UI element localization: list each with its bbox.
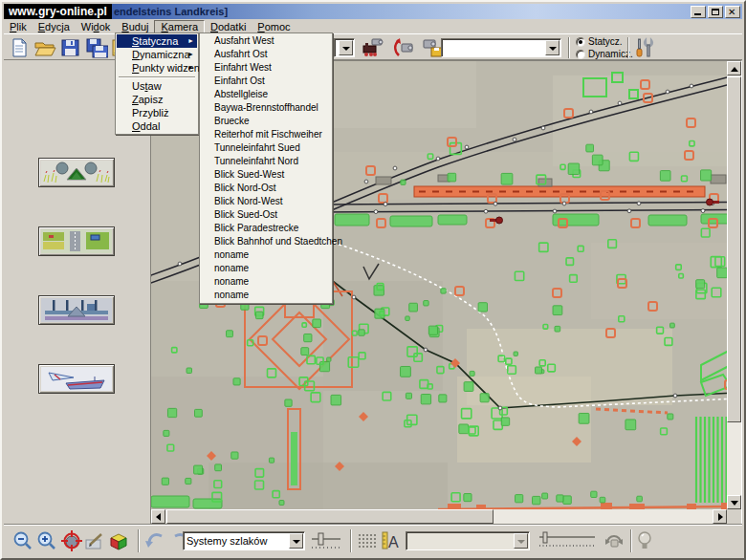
chevron-down-icon[interactable]: [545, 40, 560, 55]
zoom-in-button[interactable]: [35, 529, 58, 552]
submenu-item-einfahrt-west-2[interactable]: Einfahrt West: [201, 61, 331, 75]
radio-static-label: Statycz.: [588, 36, 623, 47]
object-combobox: [406, 531, 530, 550]
radio-dynamic[interactable]: Dynamicz.: [576, 48, 633, 60]
horizontal-scroll-thumb[interactable]: [166, 509, 494, 524]
submenu-arrow-icon: ►: [187, 48, 194, 61]
center-target-button[interactable]: [60, 529, 83, 552]
menubar-item-plik[interactable]: Plik: [4, 20, 33, 33]
submenu-item-blick-nord-ost-11[interactable]: Blick Nord-Ost: [201, 182, 331, 195]
camera-menu-item-zapisz[interactable]: Zapisz: [117, 93, 197, 106]
chevron-down-icon[interactable]: [289, 533, 303, 549]
menubar-item-dodatki[interactable]: Dodatki: [205, 20, 252, 33]
scroll-right-button[interactable]: [713, 509, 727, 524]
camera-menu-item-przybliż[interactable]: Przybliż: [117, 106, 197, 119]
close-icon: ✕: [728, 7, 735, 17]
submenu-item-noname-19[interactable]: noname: [201, 289, 331, 302]
camera-menu-item-ustaw[interactable]: Ustaw: [117, 79, 197, 93]
rotation-slider[interactable]: [536, 529, 599, 552]
light-toggle-button[interactable]: [636, 529, 653, 552]
submenu-item-noname-16[interactable]: noname: [201, 248, 331, 262]
submenu-arrow-icon: ►: [187, 61, 194, 75]
camera-menu-item-statyczna[interactable]: Statyczna►: [117, 34, 197, 48]
menu-bar: PlikEdycjaWidokBudujKameraDodatkiPomoc: [4, 19, 742, 33]
submenu-item-blick-sued-west-10[interactable]: Blick Sued-West: [201, 168, 331, 182]
radio-static-circle[interactable]: [576, 37, 585, 47]
scroll-down-button[interactable]: [727, 495, 741, 509]
camera-quick-select[interactable]: [334, 38, 355, 57]
submenu-item-blick-nord-west-12[interactable]: Blick Nord-West: [201, 195, 331, 208]
scroll-up-button[interactable]: [727, 61, 741, 75]
camera-rotate-button[interactable]: [392, 37, 415, 58]
bottom-toolbar: Systemy szlaków A: [4, 525, 742, 556]
submenu-item-einfahrt-ost-3[interactable]: Einfahrt Ost: [201, 75, 331, 88]
submenu-item-blick-paradestrecke-14[interactable]: Blick Paradestrecke: [201, 222, 331, 235]
submenu-item-reiterhof-mit-fischweiher-7[interactable]: Reiterhof mit Fischweiher: [201, 128, 331, 141]
submenu-item-ausfahrt-ost-1[interactable]: Ausfahrt Ost: [201, 48, 331, 61]
menubar-item-pomoc[interactable]: Pomoc: [252, 20, 296, 33]
submenu-item-noname-18[interactable]: noname: [201, 275, 331, 289]
menubar-item-buduj[interactable]: Buduj: [116, 20, 154, 33]
camera-menu-item-dynamiczna[interactable]: Dynamiczna►: [117, 48, 197, 61]
undo-button[interactable]: [143, 529, 166, 552]
submenu-item-bruecke-6[interactable]: Bruecke: [201, 115, 331, 128]
3d-view-button[interactable]: [107, 529, 130, 552]
save-button[interactable]: [59, 37, 82, 58]
titlebar: www.gry-online.pl endelsteins Landkreis]…: [4, 4, 742, 19]
submenu-item-ausfahrt-west-0[interactable]: Ausfahrt West: [201, 34, 331, 48]
camera-name-combobox[interactable]: [441, 38, 561, 57]
static-camera-submenu-popup: Ausfahrt WestAusfahrt OstEinfahrt WestEi…: [199, 32, 333, 304]
horizontal-scrollbar[interactable]: [151, 509, 727, 524]
grid-toggle-button[interactable]: [358, 533, 377, 549]
open-file-button[interactable]: [33, 37, 56, 58]
scroll-left-icon: [156, 513, 161, 521]
minimize-button[interactable]: [691, 6, 706, 18]
camera-follow-train-button[interactable]: [362, 37, 384, 58]
submenu-item-baywa-brennstoffhandel-5[interactable]: Baywa-Brennstoffhandel: [201, 101, 331, 115]
track-gradient-slider[interactable]: [310, 529, 342, 552]
submenu-item-blick-bahnhof-und-staedtchen-15[interactable]: Blick Bahnhof und Staedtchen: [201, 235, 331, 248]
camera-settings-button[interactable]: [633, 37, 656, 58]
labels-toggle-button[interactable]: A: [381, 529, 400, 552]
svg-text:A: A: [388, 534, 399, 550]
maximize-button[interactable]: [708, 6, 723, 18]
radio-dynamic-circle[interactable]: [576, 50, 585, 59]
camera-mode-radios: Statycz. Dynamicz.: [576, 35, 633, 60]
track-system-combobox[interactable]: Systemy szlaków: [183, 531, 305, 550]
submenu-item-tunneleinfahrt-nord-9[interactable]: Tunneleinfahrt Nord: [201, 155, 331, 168]
submenu-item-abstellgleise-4[interactable]: Abstellgleise: [201, 88, 331, 101]
scrollbar-corner: [727, 509, 741, 524]
new-file-button[interactable]: [8, 37, 31, 58]
camera-menu-item-punkty-widzenia[interactable]: Punkty widzenia►: [117, 61, 197, 75]
zoom-out-button[interactable]: [11, 529, 34, 552]
menubar-item-kamera[interactable]: Kamera: [154, 20, 205, 33]
radio-static[interactable]: Statycz.: [576, 35, 633, 48]
submenu-item-noname-17[interactable]: noname: [201, 262, 331, 275]
maximize-icon: [712, 9, 719, 15]
category-button-structures[interactable]: [38, 295, 115, 325]
vertical-scroll-thumb[interactable]: [727, 76, 741, 422]
save-copy-button[interactable]: [85, 37, 108, 58]
camera-menu-item-oddal[interactable]: Oddal: [117, 119, 197, 133]
track-system-value: Systemy szlaków: [184, 535, 289, 547]
chevron-down-icon[interactable]: [339, 40, 353, 55]
watermark-badge: www.gry-online.pl: [4, 4, 112, 19]
scroll-right-icon: [718, 513, 723, 521]
scroll-up-icon: [731, 67, 738, 72]
submenu-arrow-icon: ►: [187, 34, 194, 48]
camera-menu-popup: Statyczna►Dynamiczna►Punkty widzenia►Ust…: [115, 32, 199, 135]
scroll-left-button[interactable]: [151, 509, 165, 524]
category-button-landscape[interactable]: [38, 158, 115, 187]
menubar-item-edycja[interactable]: Edycja: [33, 20, 76, 33]
category-button-roads[interactable]: [38, 226, 115, 256]
app-window: www.gry-online.pl endelsteins Landkreis]…: [0, 0, 746, 560]
radio-dynamic-label: Dynamicz.: [588, 49, 633, 59]
submenu-item-tunneleinfahrt-sued-8[interactable]: Tunneleinfahrt Sued: [201, 141, 331, 155]
rotate-object-button[interactable]: [603, 529, 625, 552]
submenu-item-blick-sued-ost-13[interactable]: Blick Sued-Ost: [201, 208, 331, 222]
vertical-scrollbar[interactable]: [727, 61, 741, 509]
menubar-item-widok[interactable]: Widok: [76, 20, 117, 33]
edit-mode-button[interactable]: [83, 529, 106, 552]
close-button[interactable]: ✕: [725, 6, 740, 18]
category-button-vehicles[interactable]: [38, 364, 115, 394]
